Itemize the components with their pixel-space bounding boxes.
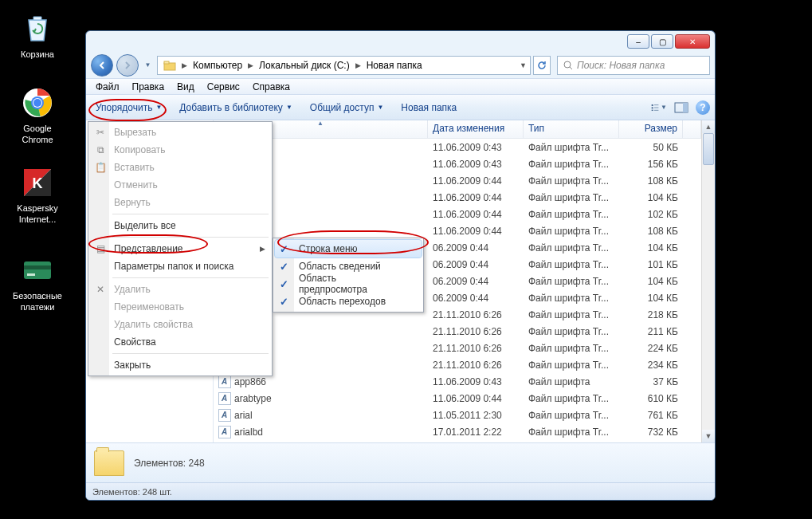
menu-item[interactable]: Параметры папок и поиска <box>90 258 270 275</box>
address-bar[interactable]: ▶ Компьютер ▶ Локальный диск (C:) ▶ Нова… <box>157 56 531 75</box>
folder-icon <box>94 450 124 476</box>
toolbar: Упорядочить▼ Добавить в библиотеку▼ Общи… <box>86 95 715 120</box>
chevron-right-icon[interactable]: ▶ <box>246 61 255 69</box>
menu-item: Вернуть <box>90 194 270 211</box>
checkmark-icon: ✓ <box>280 296 291 307</box>
breadcrumb-segment[interactable]: Компьютер <box>189 57 246 74</box>
table-row[interactable]: 21.11.2010 6:26Файл шрифта Tr...224 КБ <box>214 340 701 356</box>
organize-menu: ✂Вырезать⧉Копировать📋ВставитьОтменитьВер… <box>88 121 273 376</box>
file-icon <box>218 409 231 422</box>
breadcrumb-segment[interactable]: Новая папка <box>363 57 426 74</box>
add-to-library-button[interactable]: Добавить в библиотеку▼ <box>175 99 296 116</box>
table-row[interactable]: 11.06.2009 0:43Файл шрифта Tr...156 КБ <box>214 155 701 172</box>
table-row[interactable]: 21.11.2010 6:26Файл шрифта Tr...234 КБ <box>214 356 701 373</box>
menu-item: ⧉Копировать <box>90 141 270 159</box>
menu-item[interactable]: Выделить все <box>90 217 270 234</box>
preview-pane-button[interactable] <box>673 100 689 116</box>
svg-rect-15 <box>652 107 653 108</box>
menu-справка[interactable]: Справка <box>246 81 296 92</box>
submenu-item[interactable]: ✓Область предпросмотра <box>275 275 422 293</box>
column-type[interactable]: Тип <box>524 120 619 138</box>
scrollbar[interactable]: ▲ ▼ <box>701 120 715 442</box>
menu-bar: ФайлПравкаВидСервисСправка <box>86 78 715 95</box>
menu-item[interactable]: ▤Представление▶ <box>90 240 270 258</box>
help-button[interactable]: ? <box>696 100 710 115</box>
table-row[interactable]: 11.06.2009 0:44Файл шрифта Tr...104 КБ <box>214 189 701 206</box>
menu-вид[interactable]: Вид <box>171 81 201 92</box>
minimize-button[interactable]: – <box>627 34 649 49</box>
checkmark-icon: ✓ <box>280 278 291 289</box>
table-row[interactable]: 21.11.2010 6:26Файл шрифта Tr...211 КБ <box>214 323 701 340</box>
share-button[interactable]: Общий доступ▼ <box>305 99 389 116</box>
close-button[interactable]: ✕ <box>675 34 710 49</box>
table-row[interactable]: arabtype11.06.2009 0:44Файл шрифта Tr...… <box>214 390 701 407</box>
table-row[interactable]: 11.06.2009 0:43Файл шрифта Tr...50 КБ <box>214 139 701 155</box>
checkmark-icon: ✓ <box>280 243 291 254</box>
chevron-down-icon: ▼ <box>286 104 292 111</box>
navigation-bar: ▼ ▶ Компьютер ▶ Локальный диск (C:) ▶ Но… <box>86 52 715 78</box>
column-date[interactable]: Дата изменения <box>428 120 524 138</box>
menu-item[interactable]: Свойства <box>90 333 270 351</box>
back-button[interactable] <box>91 54 113 77</box>
chevron-right-icon[interactable]: ▶ <box>354 61 363 69</box>
svg-point-3 <box>33 99 41 107</box>
new-folder-button[interactable]: Новая папка <box>396 99 461 116</box>
status-text: Элементов: 248 шт. <box>92 487 172 497</box>
table-row[interactable]: 11.06.2009 0:44Файл шрифта Tr...108 КБ <box>214 222 701 239</box>
file-icon <box>218 426 231 438</box>
delete-icon: ✕ <box>93 282 108 297</box>
desktop-icon-kaspersky[interactable]: KKaspersky Internet... <box>8 163 67 226</box>
submenu-item[interactable]: ✓Область переходов <box>275 293 422 310</box>
menu-сервис[interactable]: Сервис <box>201 81 246 92</box>
forward-button[interactable] <box>116 54 139 77</box>
column-size[interactable]: Размер <box>619 120 683 138</box>
titlebar: – ▢ ✕ <box>86 31 715 52</box>
menu-правка[interactable]: Правка <box>126 81 171 92</box>
scroll-up-button[interactable]: ▲ <box>702 120 715 133</box>
search-input[interactable]: Поиск: Новая папка <box>557 56 710 75</box>
desktop-icon-chrome[interactable]: Google Chrome <box>8 84 67 146</box>
file-icon <box>218 392 231 405</box>
svg-line-13 <box>570 67 572 69</box>
column-headers: ▲ Дата изменения Тип Размер <box>214 120 701 139</box>
menu-item[interactable]: Закрыть <box>90 356 270 374</box>
nav-history-dropdown[interactable]: ▼ <box>142 57 154 74</box>
chevron-down-icon: ▼ <box>155 104 162 111</box>
svg-rect-9 <box>27 273 35 276</box>
explorer-window: – ▢ ✕ ▼ ▶ Компьютер ▶ Локальный диск (C:… <box>85 30 716 501</box>
menu-item: Отменить <box>90 176 270 194</box>
submenu-item[interactable]: ✓Строка меню <box>275 240 422 258</box>
card-icon <box>18 251 57 289</box>
status-bar: Элементов: 248 шт. <box>86 482 715 500</box>
menu-item: 📋Вставить <box>90 159 270 176</box>
paste-icon: 📋 <box>93 160 108 175</box>
table-row[interactable]: app86611.06.2009 0:43Файл шрифта37 КБ <box>214 373 701 390</box>
cut-icon: ✂ <box>93 125 108 140</box>
recycle-icon <box>18 10 57 48</box>
address-dropdown[interactable]: ▼ <box>518 61 528 69</box>
desktop-icon-card[interactable]: Безопасные платежи <box>8 251 67 313</box>
svg-rect-11 <box>164 61 169 64</box>
chrome-icon <box>18 84 57 122</box>
menu-файл[interactable]: Файл <box>89 81 126 92</box>
view-options-button[interactable]: ▼ <box>651 100 667 116</box>
chevron-right-icon[interactable]: ▶ <box>180 61 189 69</box>
menu-item: Переименовать <box>90 298 270 316</box>
checkmark-icon: ✓ <box>280 261 291 272</box>
svg-rect-21 <box>683 103 688 112</box>
search-placeholder: Поиск: Новая папка <box>577 60 665 71</box>
maximize-button[interactable]: ▢ <box>651 34 673 49</box>
scroll-down-button[interactable]: ▼ <box>702 430 715 442</box>
scrollbar-thumb[interactable] <box>703 133 714 165</box>
refresh-button[interactable] <box>533 56 551 75</box>
table-row[interactable]: 11.06.2009 0:44Файл шрифта Tr...102 КБ <box>214 206 701 222</box>
organize-button[interactable]: Упорядочить▼ <box>91 99 167 116</box>
table-row[interactable]: 11.06.2009 0:44Файл шрифта Tr...108 КБ <box>214 172 701 189</box>
file-icon <box>218 375 231 388</box>
layout-icon: ▤ <box>93 242 108 256</box>
table-row[interactable]: arialbd17.01.2011 2:22Файл шрифта Tr...7… <box>214 423 701 440</box>
table-row[interactable]: arial11.05.2011 2:30Файл шрифта Tr...761… <box>214 407 701 423</box>
breadcrumb-segment[interactable]: Локальный диск (C:) <box>255 57 354 74</box>
desktop-icon-recycle[interactable]: Корзина <box>8 10 67 61</box>
svg-rect-8 <box>24 265 51 269</box>
